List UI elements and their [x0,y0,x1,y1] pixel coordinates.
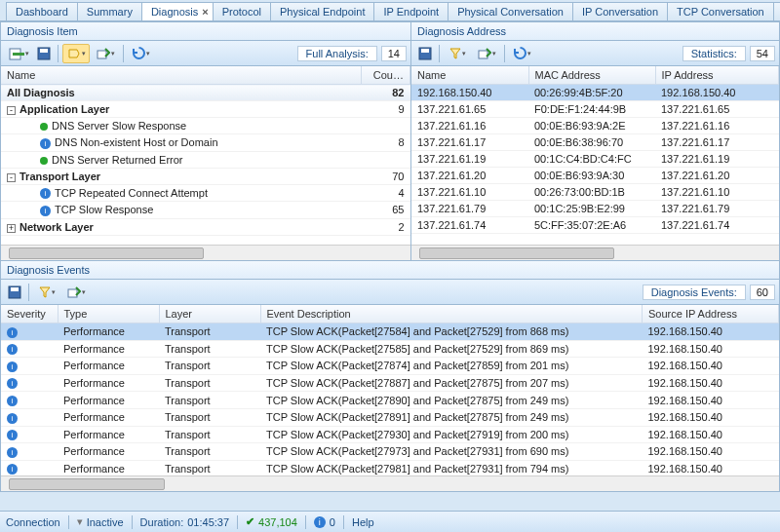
sep [58,45,58,62]
ok-icon [40,157,48,165]
highlight-icon[interactable]: ▾ [62,44,90,63]
full-analysis-label: Full Analysis: [297,46,377,61]
col-src-ip[interactable]: Source IP Address [643,305,779,323]
collapse-icon[interactable]: - [7,106,16,115]
table-row[interactable]: iTCP Slow Response65 [1,202,410,219]
refresh-icon[interactable]: ▾ [128,44,155,63]
status-connection: Connection [6,516,60,528]
status-help[interactable]: Help [352,516,374,528]
col-count[interactable]: Cou… [362,66,410,85]
refresh-icon[interactable]: ▾ [509,44,536,63]
table-row[interactable]: -Application Layer9 [1,101,410,118]
info-icon: i [7,327,18,338]
tab-protocol[interactable]: Protocol [213,2,271,20]
table-row[interactable]: 137.221.61.65F0:DE:F1:24:44:9B137.221.61… [411,101,779,118]
col-name[interactable]: Name [411,66,528,85]
tab-diagnosis[interactable]: Diagnosis× [141,2,214,20]
tab-ip-conversation[interactable]: IP Conversation [572,2,668,20]
table-row[interactable]: 137.221.61.2000:0E:B6:93:9A:30137.221.61… [411,168,779,184]
table-row[interactable]: DNS Server Returned Error [1,151,410,168]
col-layer[interactable]: Layer [159,305,260,323]
table-row[interactable]: iPerformanceTransportTCP Slow ACK(Packet… [1,426,779,443]
svg-rect-4 [98,51,106,58]
table-row[interactable]: 137.221.61.1900:1C:C4:BD:C4:FC137.221.61… [411,151,779,168]
status-inactive: Inactive [87,516,124,528]
table-row[interactable]: iDNS Non-existent Host or Domain8 [1,134,410,152]
table-row[interactable]: 137.221.61.1600:0E:B6:93:9A:2E137.221.61… [411,118,779,134]
diagnosis-events-count: 60 [750,285,775,300]
diagnosis-events-label: Diagnosis Events: [643,285,746,300]
status-duration-label: Duration: [140,516,184,528]
svg-rect-1 [13,53,24,56]
table-row[interactable]: -Transport Layer70 [1,168,410,184]
toolbar-diagnosis-item: ▾ ▾ ▾ ▾ Full Analysis: 14 [1,41,410,66]
col-severity[interactable]: Severity [1,305,58,323]
table-row[interactable]: +Network Layer2 [1,218,410,235]
tab-physical-conversation[interactable]: Physical Conversation [448,2,573,20]
save-icon[interactable] [34,44,54,63]
table-row[interactable]: DNS Server Slow Response [1,118,410,134]
table-row[interactable]: 192.168.150.4000:26:99:4B:5F:20192.168.1… [411,85,779,101]
info-icon: i [7,361,18,372]
svg-rect-9 [11,287,19,291]
table-row[interactable]: iPerformanceTransportTCP Slow ACK(Packet… [1,443,779,461]
info-icon: i [40,206,51,216]
table-row[interactable]: iPerformanceTransportTCP Slow ACK(Packet… [1,460,779,475]
col-ip[interactable]: IP Address [655,66,779,85]
tab-ud[interactable]: UD [773,2,780,20]
new-report-icon[interactable]: ▾ [5,44,32,63]
filter-icon: ▾ [77,515,83,528]
tab-ip-endpoint[interactable]: IP Endpoint [373,2,448,20]
svg-rect-10 [68,289,77,297]
col-type[interactable]: Type [58,305,159,323]
col-mac[interactable]: MAC Address [528,66,655,85]
table-row[interactable]: iPerformanceTransportTCP Slow ACK(Packet… [1,374,779,392]
tab-summary[interactable]: Summary [77,2,142,20]
info-icon: i [7,430,18,440]
filter-icon[interactable]: ▾ [444,44,471,63]
table-row[interactable]: iPerformanceTransportTCP Slow ACK(Packet… [1,323,779,341]
toolbar-diagnosis-address: ▾ ▾ ▾ Statistics: 54 [411,41,779,66]
sep [123,45,124,62]
hscrollbar[interactable] [1,475,779,491]
export-icon[interactable]: ▾ [62,283,90,302]
hscrollbar[interactable] [411,245,779,260]
table-row[interactable]: All Diagnosis82 [1,85,410,101]
svg-rect-6 [421,49,429,53]
panel-title-diagnosis-events: Diagnosis Events [1,261,779,280]
status-packets: 437,104 [258,516,297,528]
info-icon: i [40,138,51,149]
filter-icon[interactable]: ▾ [33,283,60,302]
info-icon: i [40,188,51,199]
expand-icon[interactable]: + [7,224,16,233]
table-row[interactable]: iPerformanceTransportTCP Slow ACK(Packet… [1,408,779,426]
save-icon[interactable] [415,44,435,63]
close-icon[interactable]: × [202,6,208,18]
full-analysis-count: 14 [381,46,407,61]
export-icon[interactable]: ▾ [92,44,119,63]
tab-physical-endpoint[interactable]: Physical Endpoint [270,2,374,20]
save-icon[interactable] [5,283,24,302]
sep [504,45,505,62]
check-icon: ✔ [246,515,254,528]
table-row[interactable]: iTCP Repeated Connect Attempt4 [1,184,410,202]
export-icon[interactable]: ▾ [473,44,500,63]
panel-diagnosis-events: Diagnosis Events ▾ ▾ Diagnosis Events: 6… [0,261,780,492]
panel-diagnosis-item: Diagnosis Item ▾ ▾ ▾ ▾ Full Analysis: 14… [0,21,411,261]
table-row[interactable]: 137.221.61.1000:26:73:00:BD:1B137.221.61… [411,184,779,201]
col-name[interactable]: Name [1,66,362,85]
collapse-icon[interactable]: - [7,173,16,182]
table-row[interactable]: 137.221.61.1700:0E:B6:38:96:70137.221.61… [411,134,779,151]
tab-dashboard[interactable]: Dashboard [6,2,78,20]
hscrollbar[interactable] [1,245,410,260]
ok-icon [40,123,48,131]
tab-tcp-conversation[interactable]: TCP Conversation [667,2,774,20]
table-row[interactable]: iPerformanceTransportTCP Slow ACK(Packet… [1,392,779,409]
table-row[interactable]: iPerformanceTransportTCP Slow ACK(Packet… [1,340,779,358]
diagnosis-events-table: Severity Type Layer Event Description So… [1,305,779,475]
table-row[interactable]: 137.221.61.7900:1C:25:9B:E2:99137.221.61… [411,201,779,217]
tabstrip: DashboardSummaryDiagnosis×ProtocolPhysic… [0,0,780,21]
col-desc[interactable]: Event Description [260,305,643,323]
table-row[interactable]: 137.221.61.745C:FF:35:07:2E:A6137.221.61… [411,217,779,234]
table-row[interactable]: iPerformanceTransportTCP Slow ACK(Packet… [1,358,779,375]
